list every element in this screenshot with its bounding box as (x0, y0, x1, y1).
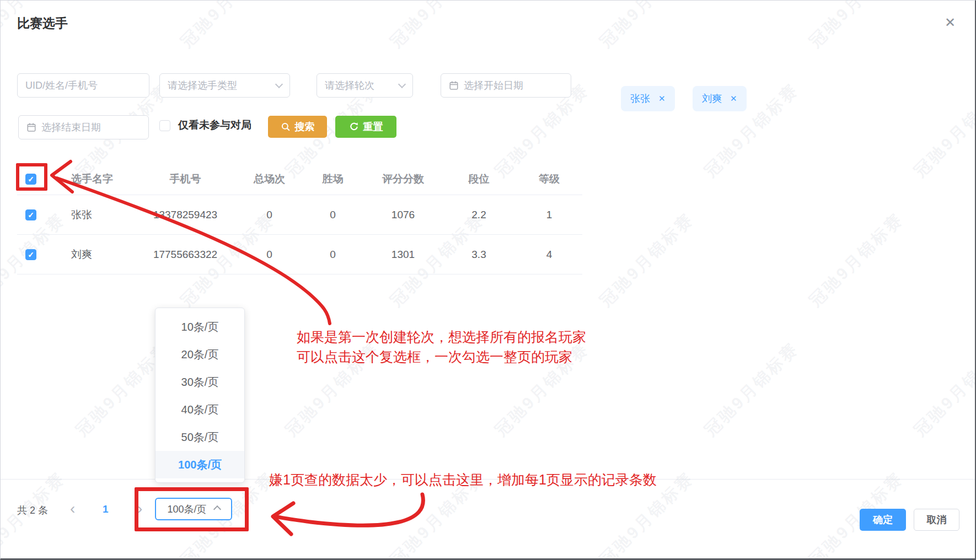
annotation-note-line1: 如果是第一次创建轮次，想选择所有的报名玩家 (297, 327, 586, 347)
search-button[interactable]: 搜索 (268, 116, 327, 138)
table-row: ✓ 刘爽 17755663322 0 0 1301 3.3 4 (17, 235, 582, 274)
close-icon[interactable]: ✕ (945, 16, 956, 29)
watermark: 冠驰9月锦标赛 (909, 338, 976, 441)
watermark: 冠驰9月锦标赛 (805, 208, 908, 312)
cell-wins: 0 (301, 209, 364, 221)
only-unplayed-label: 仅看未参与对局 (178, 118, 251, 132)
cell-score: 1076 (364, 209, 442, 221)
table-header-row: ✓ 选手名字 手机号 总场次 胜场 评分分数 段位 等级 (17, 163, 582, 195)
watermark: 冠驰9月锦标赛 (595, 0, 699, 52)
tag-label: 刘爽 (702, 92, 722, 105)
tag-close-icon[interactable]: ✕ (730, 94, 737, 104)
round-placeholder: 请选择轮次 (325, 79, 374, 92)
chevron-down-icon (275, 80, 283, 88)
cell-dan: 3.3 (442, 249, 516, 261)
chevron-up-icon (213, 505, 221, 513)
page-size-menu: 10条/页 20条/页 30条/页 40条/页 50条/页 100条/页 (155, 308, 245, 483)
col-header-wins: 胜场 (301, 172, 364, 186)
search-button-label: 搜索 (295, 120, 315, 133)
player-type-placeholder: 请选择选手类型 (168, 79, 237, 92)
next-page-button[interactable]: › (137, 501, 142, 516)
watermark: 冠驰9月锦标赛 (909, 79, 976, 182)
end-date-placeholder: 选择结束日期 (41, 121, 101, 134)
cell-dan: 2.2 (442, 209, 516, 221)
chevron-down-icon (398, 80, 406, 88)
col-header-dan: 段位 (442, 172, 516, 186)
selected-tag: 张张 ✕ (621, 86, 675, 111)
calendar-icon (449, 80, 459, 90)
col-header-level: 等级 (516, 172, 582, 186)
round-select[interactable]: 请选择轮次 (317, 73, 413, 98)
search-icon (281, 122, 291, 132)
keyword-placeholder: UID/姓名/手机号 (25, 79, 98, 92)
watermark: 冠驰9月锦标赛 (595, 208, 699, 312)
check-icon: ✓ (28, 251, 34, 259)
select-all-checkbox[interactable]: ✓ (25, 174, 36, 185)
pagination-total: 共 2 条 (17, 504, 48, 517)
reset-button[interactable]: 重置 (335, 116, 396, 138)
col-header-score: 评分分数 (364, 172, 442, 186)
calendar-icon (26, 122, 36, 132)
menu-item-30[interactable]: 30条/页 (155, 368, 244, 396)
players-dialog: 比赛选手 ✕ UID/姓名/手机号 请选择选手类型 请选择轮次 选择开始日期 选… (0, 0, 976, 560)
menu-item-40[interactable]: 40条/页 (155, 396, 244, 423)
page-size-select[interactable]: 100条/页 (155, 498, 232, 520)
cell-phone: 13378259423 (133, 209, 238, 221)
menu-item-20[interactable]: 20条/页 (155, 341, 244, 368)
prev-page-button[interactable]: ‹ (70, 501, 75, 516)
check-icon: ✓ (28, 211, 34, 219)
watermark: 冠驰9月锦标赛 (385, 0, 489, 52)
menu-item-100[interactable]: 100条/页 (155, 451, 244, 478)
start-date-placeholder: 选择开始日期 (464, 79, 523, 92)
cell-score: 1301 (364, 249, 442, 261)
selected-tag: 刘爽 ✕ (693, 86, 747, 111)
annotation-note-pagesize: 嫌1页查的数据太少，可以点击这里，增加每1页显示的记录条数 (269, 471, 657, 489)
cell-total: 0 (238, 249, 301, 261)
refresh-icon (349, 122, 359, 132)
reset-button-label: 重置 (363, 120, 383, 133)
menu-item-10[interactable]: 10条/页 (155, 313, 244, 341)
table-row: ✓ 张张 13378259423 0 0 1076 2.2 1 (17, 195, 582, 235)
annotation-note-line2: 可以点击这个复选框，一次勾选一整页的玩家 (297, 347, 586, 367)
row-checkbox[interactable]: ✓ (25, 249, 36, 260)
menu-item-50[interactable]: 50条/页 (155, 423, 244, 451)
current-page[interactable]: 1 (103, 503, 109, 515)
row-checkbox[interactable]: ✓ (25, 209, 36, 220)
col-header-phone: 手机号 (133, 172, 238, 186)
check-icon: ✓ (28, 175, 34, 183)
page-size-value: 100条/页 (167, 503, 206, 516)
annotation-note-checkbox: 如果是第一次创建轮次，想选择所有的报名玩家 可以点击这个复选框，一次勾选一整页的… (297, 327, 586, 367)
page-title: 比赛选手 (17, 15, 68, 32)
only-unplayed-checkbox[interactable]: ✓ (159, 120, 170, 131)
col-header-total: 总场次 (238, 172, 301, 186)
player-type-select[interactable]: 请选择选手类型 (159, 73, 290, 98)
confirm-button[interactable]: 确定 (860, 509, 906, 531)
confirm-button-label: 确定 (873, 513, 893, 526)
watermark: 冠驰9月锦标赛 (700, 338, 803, 441)
cell-phone: 17755663322 (133, 249, 238, 261)
end-date-input[interactable]: 选择结束日期 (18, 115, 149, 139)
cell-level: 4 (516, 249, 582, 261)
watermark: 冠驰9月锦标赛 (176, 0, 280, 52)
arrow-to-pagesize-head (273, 503, 293, 534)
keyword-input[interactable]: UID/姓名/手机号 (17, 73, 149, 98)
cell-name: 张张 (56, 208, 133, 222)
cell-wins: 0 (301, 249, 364, 261)
tag-close-icon[interactable]: ✕ (658, 94, 666, 104)
cell-total: 0 (238, 209, 301, 221)
tag-label: 张张 (630, 92, 650, 105)
arrow-to-pagesize (278, 494, 423, 525)
cancel-button[interactable]: 取消 (914, 509, 959, 531)
cell-level: 1 (516, 209, 582, 221)
players-table: ✓ 选手名字 手机号 总场次 胜场 评分分数 段位 等级 ✓ 张张 133782… (17, 163, 582, 274)
cell-name: 刘爽 (56, 247, 133, 262)
watermark: 冠驰9月锦标赛 (805, 0, 908, 52)
start-date-input[interactable]: 选择开始日期 (441, 73, 571, 98)
col-header-name: 选手名字 (56, 172, 133, 186)
cancel-button-label: 取消 (927, 513, 947, 526)
